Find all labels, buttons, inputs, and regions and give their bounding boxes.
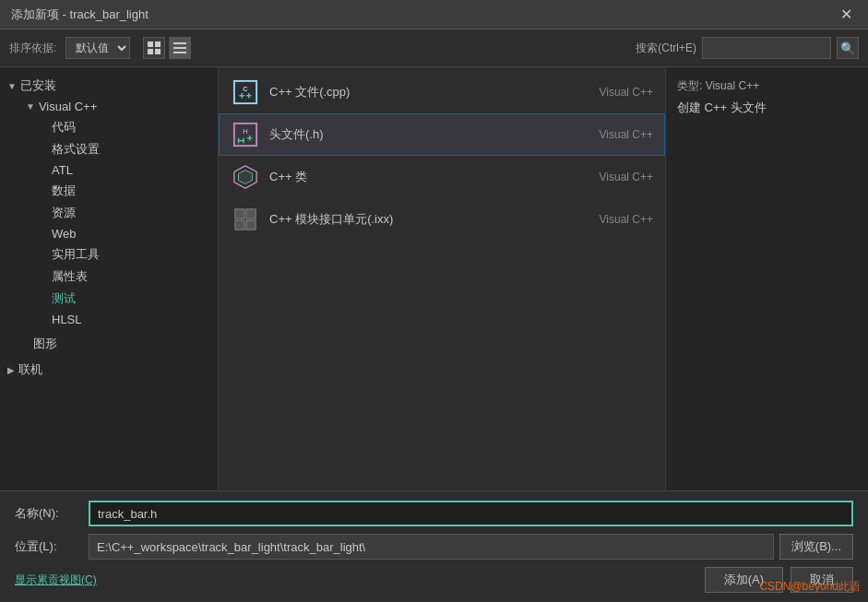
svg-rect-4 bbox=[173, 42, 186, 44]
class-name: C++ 类 bbox=[269, 169, 600, 185]
installed-header[interactable]: ▼ 已安装 bbox=[0, 75, 218, 97]
svg-rect-6 bbox=[173, 52, 186, 53]
search-input[interactable] bbox=[702, 37, 831, 59]
svg-marker-21 bbox=[239, 171, 253, 184]
module-name: C++ 模块接口单元(.ixx) bbox=[269, 211, 600, 228]
middle-list: C C++ 文件(.cpp) Visual C++ H bbox=[219, 67, 665, 490]
installed-arrow: ▼ bbox=[7, 81, 17, 91]
browse-button[interactable]: 浏览(B)... bbox=[779, 534, 853, 560]
svg-rect-2 bbox=[148, 49, 153, 54]
dialog-body: 排序依据: 默认值 名称 类型 搜索(Ctrl+E) 🔍 bbox=[0, 30, 868, 602]
online-section: ▶ 联机 bbox=[0, 359, 218, 381]
cpp-file-icon: C bbox=[231, 77, 260, 107]
list-view-button[interactable] bbox=[169, 37, 191, 59]
right-panel-type: 类型: Visual C++ bbox=[677, 78, 857, 94]
list-item-class[interactable]: C++ 类 Visual C++ bbox=[219, 156, 665, 198]
sidebar-item-code[interactable]: 代码 bbox=[37, 116, 218, 138]
h-file-name: 头文件(.h) bbox=[269, 126, 600, 143]
graphics-label: 图形 bbox=[33, 336, 57, 352]
h-file-type: Visual C++ bbox=[600, 128, 653, 141]
sidebar-item-web[interactable]: Web bbox=[37, 224, 218, 243]
svg-rect-3 bbox=[155, 49, 161, 54]
svg-rect-5 bbox=[173, 47, 186, 49]
grid-view-button[interactable] bbox=[143, 37, 165, 59]
svg-rect-24 bbox=[235, 220, 244, 230]
class-type: Visual C++ bbox=[600, 171, 653, 183]
installed-children: ▼ Visual C++ 代码 格式设置 ATL 数据 资源 Web 实用工具 … bbox=[0, 97, 218, 355]
installed-section: ▼ 已安装 ▼ Visual C++ 代码 格式设置 ATL bbox=[0, 75, 218, 355]
location-label: 位置(L): bbox=[15, 538, 89, 555]
svg-rect-23 bbox=[246, 209, 256, 218]
visualcpp-arrow: ▼ bbox=[26, 101, 35, 112]
view-icons bbox=[143, 37, 191, 59]
svg-rect-1 bbox=[155, 41, 161, 47]
svg-rect-22 bbox=[235, 209, 244, 218]
sidebar-item-format[interactable]: 格式设置 bbox=[37, 138, 218, 160]
name-row: 名称(N): bbox=[15, 501, 853, 526]
close-button[interactable]: ✕ bbox=[835, 4, 857, 26]
top-bar: 排序依据: 默认值 名称 类型 搜索(Ctrl+E) 🔍 bbox=[0, 30, 868, 67]
sort-select[interactable]: 默认值 名称 类型 bbox=[65, 37, 130, 59]
sidebar-item-atl[interactable]: ATL bbox=[37, 160, 218, 180]
visualcpp-section: ▼ Visual C++ 代码 格式设置 ATL 数据 资源 Web 实用工具 … bbox=[18, 97, 218, 329]
svg-text:C: C bbox=[243, 85, 248, 93]
svg-rect-0 bbox=[148, 41, 153, 47]
title-bar-title: 添加新项 - track_bar_light bbox=[11, 6, 149, 23]
online-header[interactable]: ▶ 联机 bbox=[0, 359, 218, 381]
sidebar-item-data[interactable]: 数据 bbox=[37, 180, 218, 202]
sidebar-item-attributes[interactable]: 属性表 bbox=[37, 266, 218, 288]
name-input[interactable] bbox=[89, 501, 853, 526]
search-area: 搜索(Ctrl+E) 🔍 bbox=[636, 37, 859, 59]
graphics-header[interactable]: 图形 bbox=[18, 333, 218, 355]
sidebar-item-resource[interactable]: 资源 bbox=[37, 202, 218, 224]
module-icon bbox=[231, 205, 260, 234]
class-icon bbox=[231, 162, 260, 192]
visualcpp-label: Visual C++ bbox=[39, 100, 97, 113]
title-bar: 添加新项 - track_bar_light ✕ bbox=[0, 0, 868, 30]
content-area: ▼ 已安装 ▼ Visual C++ 代码 格式设置 ATL bbox=[0, 67, 868, 490]
bottom-bar: 名称(N): 位置(L): 浏览(B)... 显示累贡视图(C) 添加(A) 取… bbox=[0, 490, 868, 602]
sidebar-item-hlsl[interactable]: HLSL bbox=[37, 310, 218, 329]
name-label: 名称(N): bbox=[15, 505, 89, 522]
visualcpp-header[interactable]: ▼ Visual C++ bbox=[18, 97, 218, 116]
search-label: 搜索(Ctrl+E) bbox=[636, 41, 696, 56]
online-arrow: ▶ bbox=[7, 365, 15, 375]
show-preview-link[interactable]: 显示累贡视图(C) bbox=[15, 572, 97, 588]
search-button[interactable]: 🔍 bbox=[837, 37, 859, 59]
location-row: 位置(L): 浏览(B)... bbox=[15, 534, 853, 560]
svg-rect-25 bbox=[246, 220, 256, 230]
list-item-header[interactable]: H 头文件(.h) Visual C++ bbox=[219, 113, 665, 156]
online-label: 联机 bbox=[18, 361, 42, 378]
watermark: CSDN@beyond此语 bbox=[759, 579, 861, 595]
list-item-cpp[interactable]: C C++ 文件(.cpp) Visual C++ bbox=[219, 71, 665, 113]
svg-text:H: H bbox=[243, 127, 247, 136]
sort-label: 排序依据: bbox=[9, 41, 56, 56]
module-type: Visual C++ bbox=[600, 213, 653, 226]
visualcpp-children: 代码 格式设置 ATL 数据 资源 Web 实用工具 属性表 测试 HLSL bbox=[18, 116, 218, 329]
installed-label: 已安装 bbox=[20, 77, 56, 94]
right-panel: 类型: Visual C++ 创建 C++ 头文件 bbox=[665, 67, 868, 490]
cpp-file-type: Visual C++ bbox=[600, 86, 653, 99]
right-panel-description: 创建 C++ 头文件 bbox=[677, 100, 857, 116]
bottom-actions: 显示累贡视图(C) 添加(A) 取消 bbox=[15, 567, 853, 593]
sidebar: ▼ 已安装 ▼ Visual C++ 代码 格式设置 ATL bbox=[0, 67, 219, 490]
location-input[interactable] bbox=[89, 534, 774, 560]
cpp-file-name: C++ 文件(.cpp) bbox=[269, 84, 600, 100]
sidebar-item-utility[interactable]: 实用工具 bbox=[37, 243, 218, 266]
list-item-module[interactable]: C++ 模块接口单元(.ixx) Visual C++ bbox=[219, 198, 665, 241]
h-file-icon: H bbox=[231, 120, 260, 149]
sidebar-item-test[interactable]: 测试 bbox=[37, 288, 218, 310]
